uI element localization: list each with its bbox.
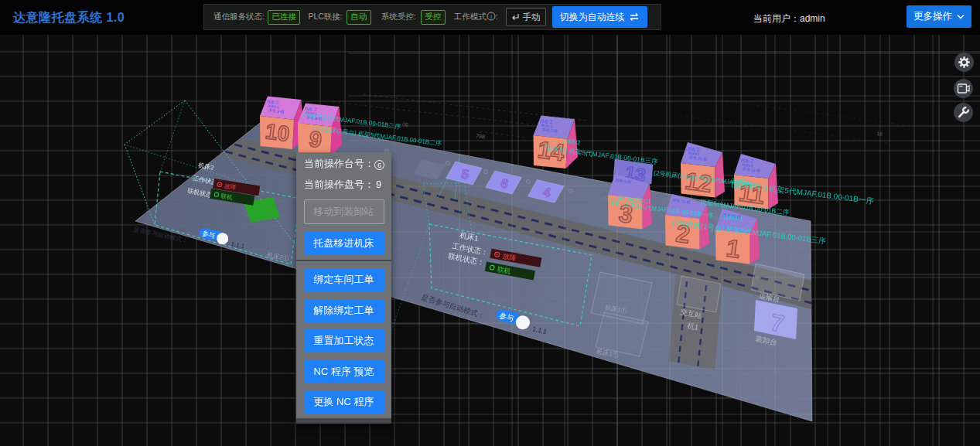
svg-text:i: i — [490, 13, 492, 20]
svg-text:05: 05 — [402, 121, 409, 128]
svg-text:10: 10 — [264, 119, 291, 146]
svg-text:18: 18 — [876, 131, 883, 137]
